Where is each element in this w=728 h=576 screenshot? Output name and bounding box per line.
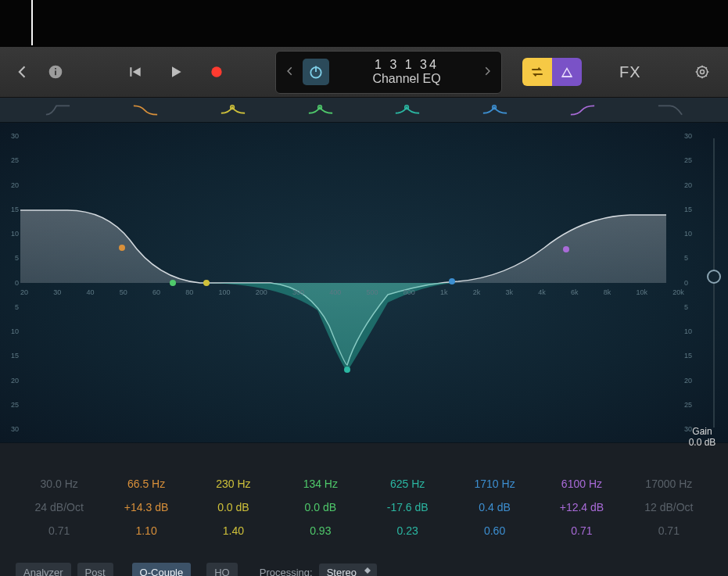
eq-curve[interactable] bbox=[20, 131, 666, 435]
y-axis-right: 30252015105051015202530 bbox=[684, 123, 701, 442]
svg-point-25 bbox=[203, 280, 210, 286]
callout-line bbox=[31, 0, 33, 45]
plugin-display: 1 3 1 34 Channel EQ bbox=[275, 51, 502, 94]
axis-tick: 5 bbox=[684, 303, 701, 311]
band-6-gain[interactable]: 0.4 dB bbox=[451, 501, 538, 513]
axis-tick: 20 bbox=[20, 288, 28, 296]
axis-tick: 25 bbox=[684, 401, 701, 409]
band-1-toggle[interactable] bbox=[14, 98, 102, 122]
band-5-freq[interactable]: 625 Hz bbox=[364, 478, 451, 490]
band-8-freq[interactable]: 17000 Hz bbox=[626, 478, 712, 490]
mode-buttons bbox=[522, 58, 582, 86]
record-button[interactable] bbox=[203, 59, 230, 85]
post-toggle[interactable]: Post bbox=[77, 563, 113, 577]
band-4-toggle[interactable] bbox=[277, 98, 364, 122]
axis-tick: 15 bbox=[2, 206, 19, 213]
axis-tick: 8k bbox=[604, 288, 611, 296]
bottom-bar: Analyzer Post Q-Couple HQ Processing: St… bbox=[0, 556, 728, 576]
axis-tick: 300 bbox=[292, 288, 304, 296]
band-7-freq[interactable]: 6100 Hz bbox=[538, 478, 625, 490]
band-2-q[interactable]: 1.10 bbox=[102, 524, 189, 537]
band-2-toggle[interactable] bbox=[102, 98, 189, 122]
preset-button[interactable] bbox=[552, 58, 582, 86]
band-6-q[interactable]: 0.60 bbox=[451, 524, 538, 537]
rewind-button[interactable] bbox=[122, 59, 149, 85]
gain-thumb[interactable] bbox=[707, 270, 721, 284]
band-6-freq[interactable]: 1710 Hz bbox=[451, 478, 538, 490]
band-3-gain[interactable]: 0.0 dB bbox=[190, 501, 277, 513]
transport bbox=[122, 59, 230, 85]
svg-point-29 bbox=[563, 246, 569, 252]
axis-tick: 25 bbox=[2, 156, 19, 164]
axis-tick: 50 bbox=[120, 288, 127, 296]
master-gain-slider[interactable] bbox=[705, 123, 723, 442]
analyzer-toggle[interactable]: Analyzer bbox=[16, 563, 71, 577]
position-readout: 1 3 1 34 bbox=[334, 58, 479, 72]
band-2-freq[interactable]: 66.5 Hz bbox=[102, 478, 189, 490]
band-5-q[interactable]: 0.23 bbox=[364, 524, 451, 537]
band-3-toggle[interactable] bbox=[189, 98, 277, 122]
band-7-gain[interactable]: +12.4 dB bbox=[538, 501, 625, 513]
gain-value[interactable]: 0.0 dB bbox=[681, 437, 723, 448]
axis-tick: 20 bbox=[684, 181, 701, 189]
axis-tick: 3k bbox=[506, 288, 514, 296]
band-8-q[interactable]: 0.71 bbox=[626, 524, 712, 537]
band-5-gain[interactable]: -17.6 dB bbox=[364, 501, 451, 513]
power-button[interactable] bbox=[303, 59, 329, 85]
band-8-gain[interactable]: 12 dB/Oct bbox=[626, 501, 712, 513]
svg-point-6 bbox=[211, 66, 221, 77]
band-2-gain[interactable]: +14.3 dB bbox=[102, 501, 189, 513]
band-3-q[interactable]: 1.40 bbox=[190, 524, 277, 537]
gain-readout: Gain 0.0 dB bbox=[681, 426, 723, 448]
fx-label[interactable]: FX bbox=[619, 63, 641, 81]
prev-plugin-button[interactable] bbox=[282, 64, 298, 80]
axis-tick: 200 bbox=[256, 288, 267, 296]
axis-tick: 30 bbox=[2, 425, 19, 433]
band-4-q[interactable]: 0.93 bbox=[277, 524, 364, 537]
qcouple-toggle[interactable]: Q-Couple bbox=[132, 563, 192, 577]
axis-tick: 20 bbox=[2, 377, 19, 385]
svg-marker-4 bbox=[133, 67, 141, 77]
axis-tick: 2k bbox=[473, 288, 481, 296]
plugin-name[interactable]: Channel EQ bbox=[334, 72, 479, 86]
play-button[interactable] bbox=[163, 59, 189, 85]
band-selector-row bbox=[0, 98, 728, 123]
axis-tick: 500 bbox=[367, 288, 378, 296]
axis-tick: 10 bbox=[684, 327, 701, 335]
axis-tick: 30 bbox=[684, 132, 701, 140]
compare-button[interactable] bbox=[522, 58, 552, 86]
band-7-q[interactable]: 0.71 bbox=[538, 524, 625, 537]
svg-rect-1 bbox=[55, 70, 56, 75]
band-1-freq[interactable]: 30.0 Hz bbox=[16, 478, 102, 490]
axis-tick: 10 bbox=[2, 327, 19, 335]
band-4-gain[interactable]: 0.0 dB bbox=[277, 501, 364, 513]
axis-tick: 15 bbox=[2, 352, 19, 360]
x-axis: 2030405060801002003004005008001k2k3k4k6k… bbox=[20, 288, 684, 296]
gain-label: Gain bbox=[681, 426, 723, 437]
band-1-q[interactable]: 0.71 bbox=[16, 524, 102, 537]
hq-toggle[interactable]: HQ bbox=[206, 563, 238, 577]
axis-tick: 400 bbox=[329, 288, 341, 296]
processing-label: Processing: bbox=[260, 567, 313, 577]
band-7-toggle[interactable] bbox=[539, 98, 626, 122]
info-button[interactable] bbox=[42, 59, 69, 85]
eq-graph[interactable]: 30252015105051015202530 3025201510505101… bbox=[0, 123, 728, 443]
band-5-toggle[interactable] bbox=[364, 98, 452, 122]
axis-tick: 20 bbox=[684, 377, 701, 385]
band-6-toggle[interactable] bbox=[451, 98, 539, 122]
next-plugin-button[interactable] bbox=[479, 64, 495, 80]
axis-tick: 5 bbox=[2, 254, 19, 262]
svg-point-11 bbox=[701, 70, 705, 74]
settings-button[interactable] bbox=[689, 59, 715, 85]
band-8-toggle[interactable] bbox=[626, 98, 714, 122]
axis-tick: 6k bbox=[571, 288, 579, 296]
band-1-gain[interactable]: 24 dB/Oct bbox=[16, 501, 102, 513]
axis-tick: 0 bbox=[2, 279, 19, 287]
axis-tick: 25 bbox=[2, 401, 19, 409]
band-3-freq[interactable]: 230 Hz bbox=[190, 478, 277, 490]
band-4-freq[interactable]: 134 Hz bbox=[277, 478, 364, 490]
back-button[interactable] bbox=[9, 59, 36, 85]
axis-tick: 15 bbox=[684, 352, 701, 360]
processing-select[interactable]: Stereo bbox=[319, 563, 377, 577]
axis-tick: 5 bbox=[684, 254, 701, 262]
